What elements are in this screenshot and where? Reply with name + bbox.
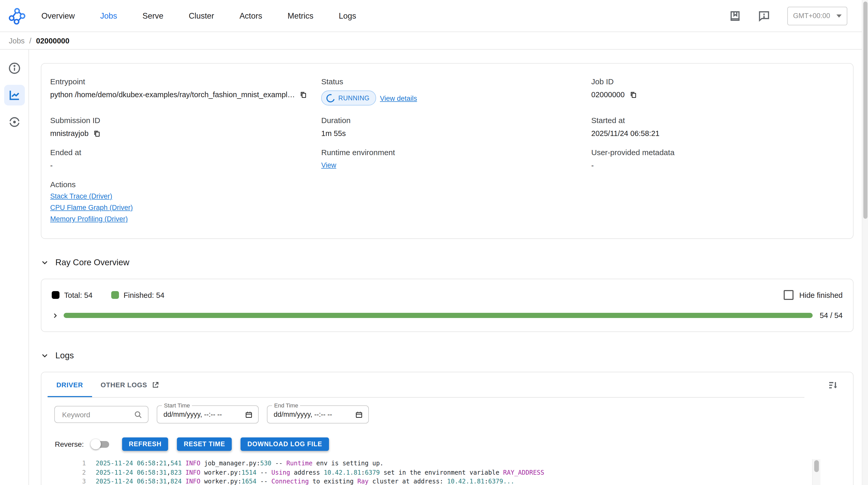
- ray-core-card: Total: 54 Finished: 54 Hide finished: [41, 279, 854, 332]
- user-metadata-label: User-provided metadata: [591, 148, 841, 157]
- nav-item-overview[interactable]: Overview: [41, 11, 75, 21]
- nav-item-actors[interactable]: Actors: [240, 11, 262, 21]
- logs-card: DRIVER OTHER LOGS: [41, 372, 854, 485]
- start-time-field[interactable]: Start Time dd/mm/yyyy, --:-- --: [157, 406, 259, 423]
- ray-dashboard-window: OverviewJobsServeClusterActorsMetricsLog…: [0, 0, 868, 485]
- entrypoint-label: Entrypoint: [50, 77, 321, 86]
- docs-icon[interactable]: [728, 9, 742, 23]
- target-tab-icon[interactable]: [4, 112, 25, 132]
- breadcrumb-separator: /: [29, 36, 31, 45]
- action-link[interactable]: CPU Flame Graph (Driver): [50, 204, 321, 212]
- actions-label: Actions: [50, 180, 321, 189]
- log-actions-row: Reverse: REFRESH RESET TIME DOWNLOAD LOG…: [41, 438, 853, 451]
- tab-other-logs[interactable]: OTHER LOGS: [92, 372, 168, 397]
- main-content: Entrypoint python /home/demo/dkubex-exam…: [29, 50, 868, 485]
- chevron-down-icon: [836, 14, 842, 17]
- log-tabs: DRIVER OTHER LOGS: [48, 372, 804, 398]
- copy-icon[interactable]: [300, 91, 307, 98]
- actions-links: Stack Trace (Driver)CPU Flame Graph (Dri…: [50, 192, 321, 223]
- chevron-down-icon[interactable]: [41, 352, 49, 359]
- keyword-search-box: [54, 406, 149, 423]
- ray-core-section-header: Ray Core Overview: [41, 258, 854, 267]
- ray-logo-icon: [8, 7, 26, 25]
- page-scrollbar[interactable]: [862, 0, 868, 485]
- hide-finished-checkbox[interactable]: [784, 290, 794, 300]
- started-at-value: 2025/11/24 06:58:21: [591, 129, 841, 137]
- finished-swatch: [111, 291, 119, 299]
- entrypoint-field: Entrypoint python /home/demo/dkubex-exam…: [50, 77, 321, 105]
- user-metadata-value: -: [591, 161, 841, 170]
- reverse-toggle[interactable]: [91, 439, 111, 449]
- started-at-label: Started at: [591, 116, 841, 125]
- duration-field: Duration 1m 55s: [321, 116, 591, 137]
- primary-nav: OverviewJobsServeClusterActorsMetricsLog…: [41, 11, 356, 21]
- job-overview-card: Entrypoint python /home/demo/dkubex-exam…: [41, 63, 854, 239]
- copy-icon[interactable]: [93, 130, 101, 137]
- search-icon: [133, 410, 143, 419]
- chevron-down-icon[interactable]: [41, 259, 49, 266]
- started-at-field: Started at 2025/11/24 06:58:21: [591, 116, 841, 137]
- legend-finished: Finished: 54: [111, 291, 164, 299]
- submission-id-value: mnistrayjob: [50, 129, 89, 137]
- breadcrumb-jobs-link[interactable]: Jobs: [9, 36, 25, 45]
- runtime-env-label: Runtime environment: [321, 148, 591, 157]
- app-bar: OverviewJobsServeClusterActorsMetricsLog…: [0, 0, 868, 32]
- sort-logs-icon[interactable]: [827, 379, 840, 391]
- spinner-icon: [325, 92, 336, 104]
- duration-label: Duration: [321, 116, 591, 125]
- action-link[interactable]: Memory Profiling (Driver): [50, 215, 321, 223]
- log-filters: Start Time dd/mm/yyyy, --:-- -- End Time…: [41, 406, 853, 423]
- download-log-file-button[interactable]: DOWNLOAD LOG FILE: [241, 438, 329, 451]
- action-link[interactable]: Stack Trace (Driver): [50, 192, 321, 200]
- runtime-env-view-link[interactable]: View: [321, 161, 336, 169]
- duration-value: 1m 55s: [321, 129, 591, 137]
- calendar-icon[interactable]: [355, 410, 363, 419]
- ray-core-title: Ray Core Overview: [55, 258, 129, 267]
- charts-tab-icon[interactable]: [4, 85, 25, 105]
- reverse-label: Reverse:: [55, 440, 84, 448]
- log-scrollbar[interactable]: [812, 459, 820, 485]
- total-swatch: [52, 291, 60, 299]
- end-time-value: dd/mm/yyyy, --:-- --: [274, 411, 355, 418]
- ended-at-value: -: [50, 161, 321, 170]
- chevron-right-icon[interactable]: [52, 312, 58, 319]
- log-viewer: 12025-11-24 06:58:21,541 INFO job_manage…: [41, 459, 820, 485]
- nav-item-logs[interactable]: Logs: [339, 11, 356, 21]
- tab-driver[interactable]: DRIVER: [48, 372, 92, 397]
- nav-item-serve[interactable]: Serve: [143, 11, 163, 21]
- entrypoint-value: python /home/demo/dkubex-examples/ray/to…: [50, 91, 295, 99]
- status-field: Status RUNNING View details: [321, 77, 591, 105]
- start-time-label: Start Time: [162, 402, 192, 409]
- side-rail: [0, 50, 29, 485]
- nav-item-metrics[interactable]: Metrics: [288, 11, 313, 21]
- log-line: 32025-11-24 06:58:31,824 INFO worker.py:…: [41, 477, 812, 485]
- status-label: Status: [321, 77, 591, 86]
- log-line: 12025-11-24 06:58:21,541 INFO job_manage…: [41, 459, 812, 468]
- end-time-label: End Time: [272, 402, 300, 409]
- start-time-value: dd/mm/yyyy, --:-- --: [163, 411, 245, 418]
- keyword-input[interactable]: [61, 410, 133, 419]
- actions-field: Actions Stack Trace (Driver)CPU Flame Gr…: [50, 180, 321, 223]
- nav-item-jobs[interactable]: Jobs: [100, 11, 117, 21]
- logs-section-header: Logs: [41, 351, 854, 360]
- log-lines: 12025-11-24 06:58:21,541 INFO job_manage…: [41, 459, 812, 485]
- end-time-field[interactable]: End Time dd/mm/yyyy, --:-- --: [267, 406, 369, 423]
- calendar-icon[interactable]: [245, 410, 253, 419]
- breadcrumb-current: 02000000: [36, 36, 69, 45]
- logs-title: Logs: [55, 351, 74, 360]
- job-id-field: Job ID 02000000: [591, 77, 841, 105]
- nav-item-cluster[interactable]: Cluster: [189, 11, 214, 21]
- status-badge: RUNNING: [321, 91, 376, 105]
- legend-total: Total: 54: [52, 291, 93, 299]
- copy-icon[interactable]: [629, 91, 637, 98]
- timezone-select[interactable]: GMT+00:00: [787, 6, 847, 25]
- reset-time-button[interactable]: RESET TIME: [177, 438, 232, 451]
- refresh-button[interactable]: REFRESH: [122, 438, 168, 451]
- timezone-value: GMT+00:00: [793, 12, 830, 20]
- info-tab-icon[interactable]: [4, 58, 25, 78]
- ended-at-label: Ended at: [50, 148, 321, 157]
- view-details-link[interactable]: View details: [380, 95, 417, 102]
- job-id-value: 02000000: [591, 91, 625, 99]
- external-link-icon: [152, 381, 160, 389]
- feedback-icon[interactable]: [757, 9, 771, 23]
